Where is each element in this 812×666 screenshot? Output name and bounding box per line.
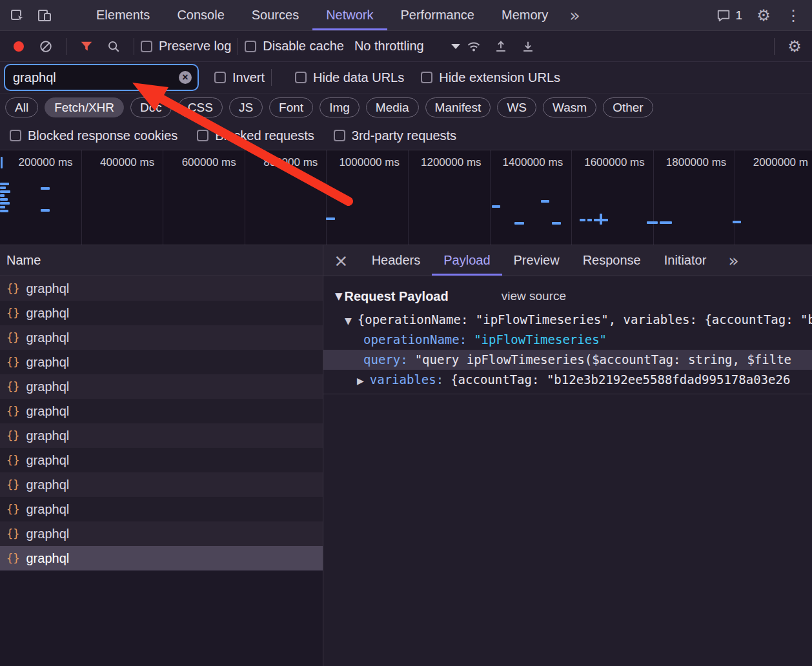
tab-headers[interactable]: Headers bbox=[360, 245, 432, 276]
expand-triangle-icon[interactable]: ▼ bbox=[345, 316, 352, 326]
timeline-request-mark bbox=[514, 222, 524, 225]
tab-console[interactable]: Console bbox=[163, 0, 238, 30]
network-settings-gear-icon[interactable]: ⚙ bbox=[781, 34, 808, 59]
table-row[interactable]: {}graphql bbox=[0, 448, 323, 472]
timeline-label: 1800000 ms bbox=[666, 156, 727, 168]
request-payload-title: Request Payload bbox=[345, 289, 449, 304]
checkbox-box bbox=[214, 72, 226, 83]
timeline-request-mark bbox=[0, 210, 8, 212]
timeline-request-mark bbox=[41, 187, 50, 190]
table-row[interactable]: {}graphql bbox=[0, 350, 323, 374]
payload-content: ▼ Request Payload view source ▼{operatio… bbox=[323, 276, 812, 394]
filter-input[interactable]: × bbox=[5, 65, 198, 90]
blocked-response-cookies-checkbox[interactable]: Blocked response cookies bbox=[10, 128, 178, 143]
inspect-element-icon[interactable] bbox=[4, 3, 31, 28]
timeline-overview[interactable]: 200000 ms400000 ms600000 ms800000 ms1000… bbox=[0, 150, 812, 245]
network-toolbar-right: ⚙ bbox=[767, 34, 808, 59]
timeline-label: 1000000 ms bbox=[339, 156, 400, 168]
filter-chip-doc[interactable]: Doc bbox=[130, 97, 172, 117]
table-row[interactable]: {}graphql bbox=[0, 521, 323, 546]
record-button[interactable] bbox=[5, 34, 32, 59]
device-toolbar-icon[interactable] bbox=[31, 3, 58, 28]
tab-memory[interactable]: Memory bbox=[488, 0, 562, 30]
filter-chip-js[interactable]: JS bbox=[229, 97, 263, 117]
export-har-icon[interactable] bbox=[514, 34, 542, 59]
request-name: graphql bbox=[26, 429, 69, 443]
timeline-label: 200000 ms bbox=[18, 156, 72, 168]
hide-data-urls-checkbox[interactable]: Hide data URLs bbox=[295, 70, 404, 85]
tab-sources[interactable]: Sources bbox=[238, 0, 312, 30]
view-source-link[interactable]: view source bbox=[502, 289, 566, 303]
table-row[interactable]: {}graphql bbox=[0, 546, 323, 570]
table-row[interactable]: {}graphql bbox=[0, 301, 323, 325]
detail-tabs: HeadersPayloadPreviewResponseInitiator bbox=[360, 245, 718, 276]
payload-row-query-selected[interactable]: query:"query ipFlowTimeseries($accountTa… bbox=[323, 350, 812, 370]
filter-chip-other[interactable]: Other bbox=[603, 97, 653, 117]
timeline-request-mark bbox=[0, 183, 9, 185]
payload-value: {accountTag: "b12e3b2192ee5588fdad995178… bbox=[451, 372, 790, 387]
filter-chip-img[interactable]: Img bbox=[320, 97, 360, 117]
throttling-select[interactable]: No throttling bbox=[354, 39, 460, 54]
filter-chip-media[interactable]: Media bbox=[366, 97, 419, 117]
invert-checkbox[interactable]: Invert bbox=[214, 70, 265, 85]
more-detail-tabs-icon[interactable]: » bbox=[728, 245, 739, 276]
more-tabs-icon[interactable]: » bbox=[569, 5, 580, 25]
expand-triangle-icon[interactable]: ▶ bbox=[357, 376, 364, 386]
checkbox-box bbox=[197, 130, 208, 141]
filter-chip-font[interactable]: Font bbox=[269, 97, 313, 117]
payload-preview-line[interactable]: ▼{operationName: "ipFlowTimeseries", var… bbox=[323, 310, 812, 330]
tab-payload[interactable]: Payload bbox=[432, 245, 502, 276]
filter-chip-all[interactable]: All bbox=[5, 97, 38, 117]
close-details-icon[interactable]: × bbox=[323, 245, 360, 276]
disable-cache-checkbox[interactable]: Disable cache bbox=[245, 39, 344, 54]
requests-panel: Name {}graphql{}graphql{}graphql{}graphq… bbox=[0, 245, 323, 666]
network-conditions-icon[interactable] bbox=[460, 34, 487, 59]
filter-chip-manifest[interactable]: Manifest bbox=[425, 97, 491, 117]
table-row[interactable]: {}graphql bbox=[0, 325, 323, 350]
disable-cache-label: Disable cache bbox=[263, 39, 344, 54]
table-row[interactable]: {}graphql bbox=[0, 374, 323, 399]
tab-elements[interactable]: Elements bbox=[83, 0, 163, 30]
import-har-icon[interactable] bbox=[487, 34, 514, 59]
filter-chip-wasm[interactable]: Wasm bbox=[543, 97, 596, 117]
divider bbox=[66, 38, 66, 55]
table-row[interactable]: {}graphql bbox=[0, 423, 323, 448]
name-column-header[interactable]: Name bbox=[0, 245, 323, 276]
payload-row-operation-name[interactable]: operationName:"ipFlowTimeseries" bbox=[323, 330, 812, 350]
clear-network-log-button[interactable] bbox=[32, 34, 59, 59]
clear-filter-icon[interactable]: × bbox=[179, 71, 192, 84]
3rd-party-requests-checkbox[interactable]: 3rd-party requests bbox=[334, 128, 456, 143]
console-messages-icon[interactable]: 1 bbox=[711, 3, 747, 28]
kebab-menu-icon[interactable]: ⋮ bbox=[780, 3, 807, 28]
tab-performance[interactable]: Performance bbox=[387, 0, 489, 30]
blocked-requests-checkbox[interactable]: Blocked requests bbox=[197, 128, 314, 143]
table-row[interactable]: {}graphql bbox=[0, 472, 323, 497]
table-row[interactable]: {}graphql bbox=[0, 399, 323, 423]
fetch-xhr-icon: {} bbox=[6, 356, 19, 368]
collapse-triangle-icon[interactable]: ▼ bbox=[335, 290, 343, 302]
table-row[interactable]: {}graphql bbox=[0, 497, 323, 521]
tab-response[interactable]: Response bbox=[571, 245, 653, 276]
tab-initiator[interactable]: Initiator bbox=[653, 245, 718, 276]
filter-chip-ws[interactable]: WS bbox=[497, 97, 536, 117]
hide-extension-urls-checkbox[interactable]: Hide extension URLs bbox=[421, 70, 560, 85]
table-row[interactable]: {}graphql bbox=[0, 276, 323, 301]
search-icon[interactable] bbox=[100, 34, 127, 59]
filter-chip-fetch-xhr[interactable]: Fetch/XHR bbox=[45, 97, 124, 117]
tab-network[interactable]: Network bbox=[312, 0, 387, 30]
fetch-xhr-icon: {} bbox=[6, 454, 19, 467]
tab-preview[interactable]: Preview bbox=[502, 245, 571, 276]
request-name: graphql bbox=[26, 281, 69, 296]
filter-chip-css[interactable]: CSS bbox=[178, 97, 223, 117]
timeline-request-mark bbox=[41, 209, 50, 212]
preserve-log-checkbox[interactable]: Preserve log bbox=[141, 39, 231, 54]
network-main-split: Name {}graphql{}graphql{}graphql{}graphq… bbox=[0, 245, 812, 666]
timeline-label: 1600000 ms bbox=[584, 156, 645, 168]
filter-toggle-icon[interactable] bbox=[73, 34, 100, 59]
timeline-label: 2000000 m bbox=[753, 156, 808, 168]
settings-gear-icon[interactable]: ⚙ bbox=[750, 3, 777, 28]
fetch-xhr-icon: {} bbox=[6, 478, 19, 491]
payload-row-variables[interactable]: ▶variables:{accountTag: "b12e3b2192ee558… bbox=[323, 370, 812, 390]
timeline-gridline-cell: 1000000 ms bbox=[327, 150, 409, 245]
hide-extension-urls-label: Hide extension URLs bbox=[439, 70, 560, 85]
